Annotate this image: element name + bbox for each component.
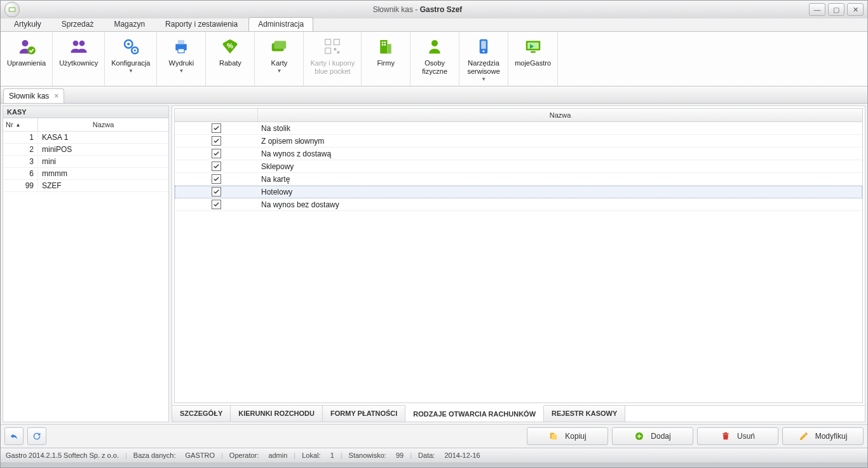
refresh-button[interactable] [27,427,46,445]
ribbon-label: mojeGastro [515,59,551,67]
kasa-row[interactable]: 99SZEF [3,180,168,192]
copy-button[interactable]: Kopiuj [527,427,608,445]
ribbon-narzedzia[interactable]: Narzędziaserwisowe▼ [459,32,508,86]
menu-magazyn[interactable]: Magazyn [104,17,154,31]
undo-button[interactable] [4,427,24,445]
ribbon-uzytkownicy[interactable]: Użytkownicy [53,32,105,86]
svg-rect-21 [380,40,387,53]
svg-point-4 [72,41,78,46]
svg-text:%: % [227,42,233,50]
grid-cell-name: Na kartę [257,175,862,184]
kasa-row[interactable]: 1KASA 1 [3,132,168,144]
svg-rect-22 [388,44,391,53]
users-icon [69,36,88,57]
title-app: Gastro Szef [420,5,463,14]
svg-rect-20 [337,52,340,54]
checkbox[interactable] [212,187,221,196]
grid-row[interactable]: Na wynos bez dostawy [175,198,862,211]
tab-rejestr-kasowy[interactable]: REJESTR KASOWY [544,406,625,422]
ribbon-uprawnienia[interactable]: Uprawnienia [1,32,53,86]
grid: Nazwa Na stolikZ opisem słownymNa wynos … [174,108,863,403]
ribbon-label: Karty i kuponyblue pocket [310,59,355,76]
ribbon-bluepocket: Karty i kuponyblue pocket [304,32,362,86]
menu-administracja[interactable]: Administracja [248,17,313,31]
checkbox[interactable] [212,200,221,209]
grid-row[interactable]: Sklepowy [175,160,862,173]
grid-col-name[interactable]: Nazwa [258,109,862,121]
status-op-value: admin [268,451,287,459]
kasa-row[interactable]: 2miniPOS [3,144,168,156]
document-tab[interactable]: Słownik kas × [3,88,64,103]
kasa-row[interactable]: 3mini [3,156,168,168]
title-bar: Słownik kas - Gastro Szef — ▢ ✕ [1,1,867,18]
checkbox[interactable] [212,136,221,146]
monitor-icon [524,36,543,57]
left-rows: 1KASA 12miniPOS3mini6mmmm99SZEF [3,132,168,422]
close-button[interactable]: ✕ [847,3,864,16]
chevron-down-icon: ▼ [481,76,486,82]
app-window: Słownik kas - Gastro Szef — ▢ ✕ Artykuły… [0,0,868,468]
checkbox[interactable] [212,162,221,171]
add-button[interactable]: Dodaj [612,427,693,445]
status-lokal-label: Lokal: [302,451,320,459]
ribbon-wydruki[interactable]: Wydruki▼ [157,32,206,86]
checkbox[interactable] [212,123,221,133]
cards-icon [269,36,288,57]
percent-icon: % [220,36,240,57]
delete-button[interactable]: Usuń [697,427,778,445]
ribbon-label: Wydruki [169,59,194,67]
right-panel: Nazwa Na stolikZ opisem słownymNa wynos … [172,106,865,422]
app-logo-icon [4,2,20,17]
ribbon-label: Uprawnienia [7,59,46,67]
ribbon-konfiguracja[interactable]: Konfiguracja▼ [105,32,157,86]
ribbon-mojegastro[interactable]: mojeGastro [508,32,558,86]
maximize-button[interactable]: ▢ [828,3,844,16]
tab-rodzaje-otwarcia-rachunk-w[interactable]: RODZAJE OTWARCIA RACHUNKÓW [405,405,544,422]
user-check-icon [17,36,36,57]
ribbon-label: Narzędziaserwisowe [467,59,499,76]
chevron-down-icon: ▼ [128,68,133,74]
device-icon [474,36,493,57]
svg-point-27 [431,40,438,46]
ribbon-label: Rabaty [219,59,241,67]
svg-point-5 [79,41,85,46]
tab-formy-p-atno-ci[interactable]: FORMY PŁATNOŚCI [323,406,405,422]
grid-row[interactable]: Na wynos z dostawą [175,148,862,160]
status-bar: Gastro 2014.2.1.5 Softech Sp. z o.o.| Ba… [1,448,867,462]
left-column-headers: Nr▲ Nazwa [3,118,168,132]
close-icon[interactable]: × [54,92,58,100]
svg-point-30 [483,50,485,52]
svg-rect-26 [384,44,386,46]
tab-szczeg-y[interactable]: SZCZEGÓŁY [172,406,231,422]
svg-rect-17 [334,39,340,45]
ribbon-karty[interactable]: Karty▼ [255,32,304,86]
ribbon-osoby[interactable]: Osobyfizyczne [410,32,459,86]
menu-raporty-i-zestawienia[interactable]: Raporty i zestawienia [156,17,247,31]
svg-rect-33 [531,52,536,53]
col-nazwa[interactable]: Nazwa [38,118,168,131]
minimize-button[interactable]: — [809,3,825,16]
checkbox[interactable] [212,149,221,158]
grid-row[interactable]: Na kartę [175,173,862,186]
action-bar: Kopiuj Dodaj Usuń Modyfikuj [1,424,867,448]
menu-artyku-y[interactable]: Artykuły [4,17,51,31]
modify-button[interactable]: Modyfikuj [782,427,864,445]
grid-row[interactable]: Z opisem słownym [175,135,862,148]
col-nr[interactable]: Nr▲ [3,118,38,131]
tab-kierunki-rozchodu[interactable]: KIERUNKI ROZCHODU [231,406,323,422]
grid-col-checkbox[interactable] [175,109,258,121]
ribbon-rabaty[interactable]: %Rabaty [206,32,255,86]
checkbox[interactable] [212,174,221,184]
status-op-label: Operator: [229,451,259,459]
menu-bar: ArtykułySprzedażMagazynRaporty i zestawi… [1,18,867,31]
left-panel: KASY Nr▲ Nazwa 1KASA 12miniPOS3mini6mmmm… [3,106,169,422]
ribbon-firmy[interactable]: Firmy [362,32,410,86]
grid-cell-name: Na wynos bez dostawy [257,200,862,209]
grid-row[interactable]: Hotelowy [175,186,862,198]
menu-sprzeda-[interactable]: Sprzedaż [52,17,104,31]
building-icon [376,36,395,57]
ribbon-toolbar: UprawnieniaUżytkownicyKonfiguracja▼Wydru… [1,31,867,86]
svg-point-3 [27,46,36,55]
grid-row[interactable]: Na stolik [175,122,862,135]
kasa-row[interactable]: 6mmmm [3,168,168,180]
